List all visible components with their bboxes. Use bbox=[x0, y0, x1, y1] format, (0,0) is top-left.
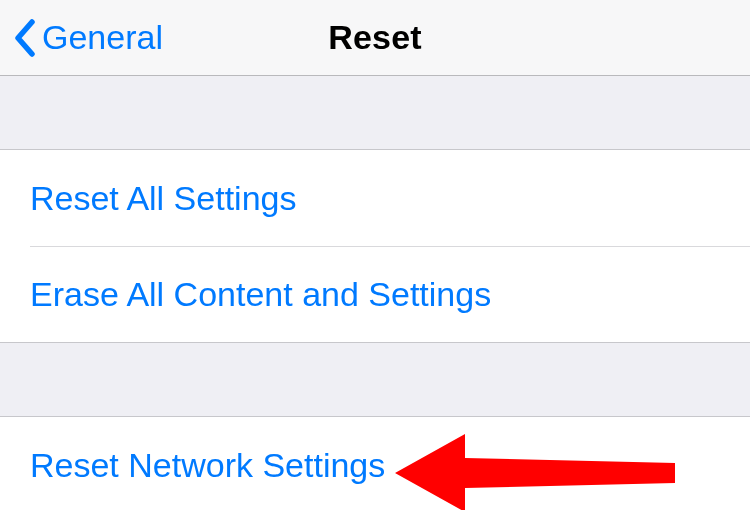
back-button[interactable]: General bbox=[12, 0, 163, 75]
navigation-bar: General Reset bbox=[0, 0, 750, 76]
page-title: Reset bbox=[328, 18, 422, 57]
erase-all-content-row[interactable]: Erase All Content and Settings bbox=[0, 246, 750, 342]
back-label: General bbox=[42, 18, 163, 57]
reset-all-settings-row[interactable]: Reset All Settings bbox=[0, 150, 750, 246]
row-label: Reset Network Settings bbox=[30, 446, 385, 485]
settings-group-1: Reset All Settings Erase All Content and… bbox=[0, 149, 750, 343]
chevron-left-icon bbox=[12, 19, 36, 57]
row-label: Reset All Settings bbox=[30, 179, 296, 218]
settings-group-2: Reset Network Settings bbox=[0, 416, 750, 510]
row-label: Erase All Content and Settings bbox=[30, 275, 491, 314]
reset-network-settings-row[interactable]: Reset Network Settings bbox=[0, 417, 750, 510]
